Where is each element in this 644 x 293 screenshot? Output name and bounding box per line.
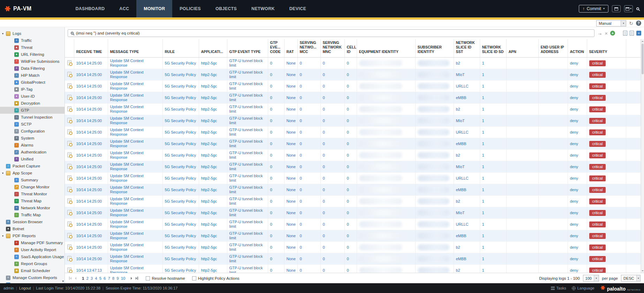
- page-9[interactable]: 9: [116, 276, 119, 280]
- cell-link-gtp_event_code[interactable]: 0: [270, 61, 272, 65]
- cell-link-action[interactable]: deny: [570, 165, 578, 169]
- cell-link-serving_mnc[interactable]: 0: [323, 142, 325, 146]
- cell-link-serving_mnc[interactable]: 0: [323, 222, 325, 226]
- sidebar-item-globalprotect[interactable]: ●GlobalProtect: [0, 79, 65, 86]
- cell-link-gtp_event_code[interactable]: 0: [270, 245, 272, 249]
- page-1[interactable]: 1: [82, 276, 84, 280]
- sidebar-item-email-scheduler[interactable]: ⊠Email Scheduler: [0, 267, 65, 274]
- cell-link-application[interactable]: http2-5gc: [201, 130, 217, 134]
- cell-link-cell_id[interactable]: 0: [347, 119, 349, 123]
- cell-link-action[interactable]: deny: [570, 73, 578, 77]
- cell-link-gtp_event_type[interactable]: GTP-U tunnel block limit: [229, 128, 263, 136]
- clear-filter-icon[interactable]: ×: [605, 31, 608, 36]
- cell-link-gtp_event_type[interactable]: GTP-U tunnel block limit: [229, 220, 263, 228]
- cell-link-rule[interactable]: 5G Security Policy: [165, 153, 196, 157]
- cell-link-serving_mnc[interactable]: 0: [323, 176, 325, 180]
- cell-link-serving_mnc[interactable]: 0: [323, 268, 325, 272]
- cell-link-slice_sd[interactable]: 1: [482, 199, 484, 203]
- cell-link-slice_sd[interactable]: 1: [482, 119, 484, 123]
- cell-link-gtp_event_type[interactable]: GTP-U tunnel block limit: [229, 82, 263, 90]
- cell-link-rat[interactable]: None: [287, 119, 296, 123]
- log-detail-icon[interactable]: [67, 198, 71, 203]
- sidebar-item-session-browser[interactable]: ≡Session Browser: [0, 218, 65, 225]
- cell-link-message_type[interactable]: Update SM Context Response: [110, 185, 144, 194]
- cell-link-serving_mcc[interactable]: 0: [300, 142, 302, 146]
- highlight-policy-checkbox[interactable]: [192, 276, 196, 280]
- sidebar-item-app-scope[interactable]: ▾App Scope: [0, 170, 65, 176]
- log-detail-icon[interactable]: [67, 175, 71, 180]
- cell-link-rule[interactable]: 5G Security Policy: [165, 234, 196, 238]
- sidebar-item-url-filtering[interactable]: ●URL Filtering: [0, 51, 65, 58]
- apply-filter-icon[interactable]: →: [597, 31, 602, 36]
- cell-link-rule[interactable]: 5G Security Policy: [165, 130, 196, 134]
- cell-link-slice_sd[interactable]: 1: [482, 222, 484, 226]
- log-detail-icon[interactable]: [67, 221, 71, 226]
- cell-link-rat[interactable]: None: [287, 107, 296, 111]
- tab-monitor[interactable]: MONITOR: [136, 0, 172, 17]
- cell-link-application[interactable]: http2-5gc: [201, 188, 217, 192]
- col-header-receive_time[interactable]: RECEIVE TIME: [74, 39, 108, 58]
- cell-link-message_type[interactable]: Update SM Context Response: [110, 93, 144, 102]
- col-header-subscriber_identity[interactable]: SUBSCRIBER IDENTITY: [415, 39, 454, 58]
- cell-link-receive_time[interactable]: 10/14 14:25:00: [76, 107, 102, 111]
- cell-link-slice_sst[interactable]: URLLC: [456, 84, 469, 88]
- sidebar-item-configuration[interactable]: ≡Configuration: [0, 128, 65, 135]
- per-page-select[interactable]: 100 ▾: [583, 275, 599, 281]
- log-detail-icon[interactable]: [67, 118, 71, 123]
- cell-link-cell_id[interactable]: 0: [347, 211, 349, 215]
- cell-link-gtp_event_code[interactable]: 0: [270, 165, 272, 169]
- cell-link-slice_sd[interactable]: 1: [482, 257, 484, 261]
- page-5[interactable]: 5: [99, 276, 101, 280]
- cell-link-action[interactable]: deny: [570, 234, 578, 238]
- cell-link-rat[interactable]: None: [287, 176, 296, 180]
- cell-link-cell_id[interactable]: 0: [347, 234, 349, 238]
- filter-input[interactable]: (imsi neq '') and (severity eq critical): [68, 29, 594, 37]
- cell-link-application[interactable]: http2-5gc: [201, 61, 217, 65]
- cell-link-gtp_event_code[interactable]: 0: [270, 107, 272, 111]
- cell-link-rat[interactable]: None: [287, 234, 296, 238]
- col-header-rat[interactable]: RAT: [284, 39, 297, 58]
- cell-link-rat[interactable]: None: [287, 245, 296, 249]
- sidebar-item-logs[interactable]: ▾Logs: [0, 30, 65, 37]
- cell-link-message_type[interactable]: Update SM Context Response: [110, 220, 144, 228]
- cell-link-action[interactable]: deny: [570, 268, 578, 272]
- cell-link-receive_time[interactable]: 10/14 14:25:00: [76, 234, 102, 238]
- cell-link-action[interactable]: deny: [570, 245, 578, 249]
- logout-link[interactable]: Logout: [19, 286, 31, 290]
- cell-link-action[interactable]: deny: [570, 130, 578, 134]
- sidebar-item-packet-capture[interactable]: ○Packet Capture: [0, 163, 65, 170]
- cell-link-receive_time[interactable]: 10/14 14:25:00: [76, 96, 102, 100]
- cell-link-rat[interactable]: None: [287, 165, 296, 169]
- cell-link-rule[interactable]: 5G Security Policy: [165, 73, 196, 77]
- tab-network[interactable]: NETWORK: [244, 0, 282, 17]
- sidebar-item-authentication[interactable]: ✓Authentication: [0, 149, 65, 156]
- sidebar-item-wildfire-submissions[interactable]: *WildFire Submissions: [0, 58, 65, 65]
- log-detail-icon[interactable]: [67, 233, 71, 238]
- cell-link-application[interactable]: http2-5gc: [201, 84, 217, 88]
- cell-link-gtp_event_type[interactable]: GTP-U tunnel block limit: [229, 116, 263, 125]
- cell-link-message_type[interactable]: Update SM Context Response: [110, 266, 144, 273]
- cell-link-action[interactable]: deny: [570, 84, 578, 88]
- cell-link-slice_sst[interactable]: eMBB: [456, 234, 467, 238]
- cell-link-slice_sst[interactable]: b2: [456, 245, 460, 249]
- cell-link-application[interactable]: http2-5gc: [201, 257, 217, 261]
- cell-link-message_type[interactable]: Update SM Context Response: [110, 243, 144, 251]
- cell-link-action[interactable]: deny: [570, 176, 578, 180]
- cell-link-slice_sst[interactable]: URLLC: [456, 222, 469, 226]
- tree-caret-icon[interactable]: ▾: [2, 172, 6, 175]
- cell-link-rat[interactable]: None: [287, 153, 296, 157]
- cell-link-application[interactable]: http2-5gc: [201, 222, 217, 226]
- cell-link-serving_mnc[interactable]: 0: [323, 234, 325, 238]
- cell-link-rule[interactable]: 5G Security Policy: [165, 245, 196, 249]
- cell-link-serving_mnc[interactable]: 0: [323, 165, 325, 169]
- cell-link-gtp_event_code[interactable]: 0: [270, 199, 272, 203]
- cell-link-gtp_event_type[interactable]: GTP-U tunnel block limit: [229, 93, 263, 102]
- col-header-apn[interactable]: APN: [506, 39, 538, 58]
- cell-link-application[interactable]: http2-5gc: [201, 119, 217, 123]
- cell-link-slice_sd[interactable]: 1: [482, 130, 484, 134]
- col-header-action[interactable]: ACTION: [568, 39, 587, 58]
- cell-link-rat[interactable]: None: [287, 61, 296, 65]
- cell-link-application[interactable]: http2-5gc: [201, 107, 217, 111]
- cell-link-serving_mnc[interactable]: 0: [323, 211, 325, 215]
- sidebar-item-gtp[interactable]: ≈GTP: [0, 107, 65, 114]
